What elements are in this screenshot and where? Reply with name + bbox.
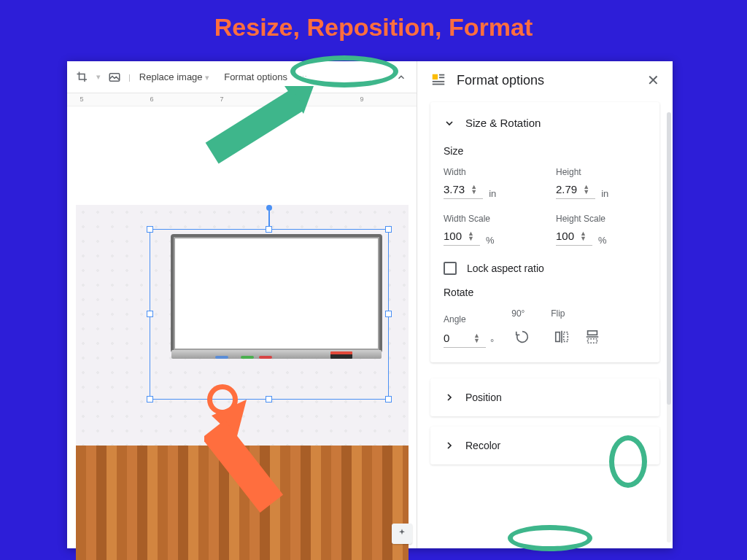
panel-scroll[interactable]: Size & Rotation Size Width 3.73 ▲▼ in — [417, 96, 673, 548]
unit-label: % — [598, 235, 607, 246]
field-label: Angle — [444, 314, 494, 324]
crop-icon[interactable] — [74, 69, 90, 85]
section-heading: Recolor — [465, 440, 500, 451]
stepper-icon[interactable]: ▲▼ — [468, 231, 474, 241]
input-value: 100 — [444, 230, 462, 242]
input-value: 100 — [556, 230, 574, 242]
svg-rect-3 — [439, 77, 444, 78]
mask-image-icon[interactable] — [107, 69, 123, 85]
flip-group: Flip — [551, 308, 603, 348]
whiteboard — [171, 234, 382, 353]
position-section-header[interactable]: Position — [430, 378, 659, 416]
height-scale-input[interactable]: 100 ▲▼ — [556, 230, 592, 246]
flip-vertical-icon[interactable] — [581, 326, 603, 348]
svg-rect-15 — [204, 420, 283, 513]
panel-header: Format options ✕ — [417, 61, 673, 96]
svg-rect-4 — [433, 81, 445, 82]
tutorial-title: Resize, Reposition, Format — [0, 13, 747, 42]
field-label: 90° — [511, 308, 533, 319]
width-scale-input[interactable]: 100 ▲▼ — [444, 230, 480, 246]
input-value: 2.79 — [556, 183, 577, 195]
unit-label: in — [601, 188, 608, 199]
field-label: Width Scale — [444, 214, 534, 224]
input-value: 3.73 — [444, 183, 465, 195]
rotate-90-group: 90° — [511, 308, 533, 348]
ruler-tick-label: 5 — [80, 96, 83, 103]
panel-title: Format options — [457, 73, 544, 88]
field-label: Height — [556, 167, 646, 177]
chevron-right-icon — [444, 440, 455, 451]
size-rotation-header[interactable]: Size & Rotation — [444, 117, 646, 129]
chevron-down-icon — [444, 117, 455, 129]
width-input[interactable]: 3.73 ▲▼ — [444, 183, 483, 199]
stepper-icon[interactable]: ▲▼ — [583, 184, 589, 195]
svg-rect-13 — [206, 88, 306, 163]
unit-label: % — [486, 235, 495, 246]
chevron-right-icon — [444, 392, 455, 403]
width-field: Width 3.73 ▲▼ in — [444, 167, 534, 199]
separator: | — [128, 73, 131, 82]
recolor-section-header[interactable]: Recolor — [430, 427, 659, 464]
close-icon[interactable]: ✕ — [647, 71, 659, 89]
format-options-icon — [430, 72, 446, 88]
callout-arrow-red — [204, 400, 314, 524]
lock-aspect-ratio-toggle[interactable]: Lock aspect ratio — [444, 262, 646, 275]
width-scale-field: Width Scale 100 ▲▼ % — [444, 214, 534, 246]
field-label: Width — [444, 167, 534, 177]
angle-input[interactable]: 0 ▲▼ — [444, 332, 486, 348]
size-subheading: Size — [444, 145, 646, 157]
dropdown-caret-icon[interactable]: ▾ — [96, 72, 101, 82]
stepper-icon[interactable]: ▲▼ — [473, 333, 480, 343]
svg-rect-1 — [433, 74, 438, 79]
field-label: Height Scale — [556, 214, 646, 224]
svg-rect-10 — [588, 339, 597, 343]
height-input[interactable]: 2.79 ▲▼ — [556, 183, 595, 199]
rotate-subheading: Rotate — [444, 287, 646, 298]
section-heading: Position — [465, 392, 502, 403]
flip-horizontal-icon[interactable] — [551, 326, 573, 348]
ruler-tick-label: 9 — [360, 96, 363, 103]
collapse-toolbar-icon[interactable] — [393, 69, 409, 85]
svg-rect-9 — [588, 331, 597, 335]
unit-label: in — [489, 188, 496, 199]
app-window: ▾ | Replace image ▾ Format options ⋯ 5 6… — [67, 61, 673, 548]
size-rotation-section: Size & Rotation Size Width 3.73 ▲▼ in — [430, 102, 659, 362]
format-options-panel: Format options ✕ Size & Rotation Size Wi… — [417, 61, 673, 548]
rotate-90-icon[interactable] — [511, 326, 533, 348]
checkbox-label: Lock aspect ratio — [467, 262, 544, 274]
svg-rect-6 — [556, 332, 560, 342]
stepper-icon[interactable]: ▲▼ — [471, 184, 477, 195]
section-heading: Size & Rotation — [465, 117, 541, 129]
panel-scrollbar[interactable] — [667, 112, 671, 542]
callout-arrow-green — [175, 79, 314, 195]
svg-rect-2 — [439, 74, 444, 76]
ruler-tick-label: 6 — [150, 96, 153, 103]
angle-field: Angle 0 ▲▼ ° — [444, 314, 494, 348]
svg-rect-7 — [564, 332, 568, 342]
unit-label: ° — [490, 337, 494, 348]
field-label: Flip — [551, 308, 603, 319]
input-value: 0 — [444, 332, 468, 344]
height-field: Height 2.79 ▲▼ in — [556, 167, 646, 199]
explore-button[interactable] — [392, 524, 412, 544]
height-scale-field: Height Scale 100 ▲▼ % — [556, 214, 646, 246]
checkbox-icon — [444, 262, 457, 275]
svg-rect-5 — [433, 84, 445, 85]
stepper-icon[interactable]: ▲▼ — [580, 231, 587, 241]
